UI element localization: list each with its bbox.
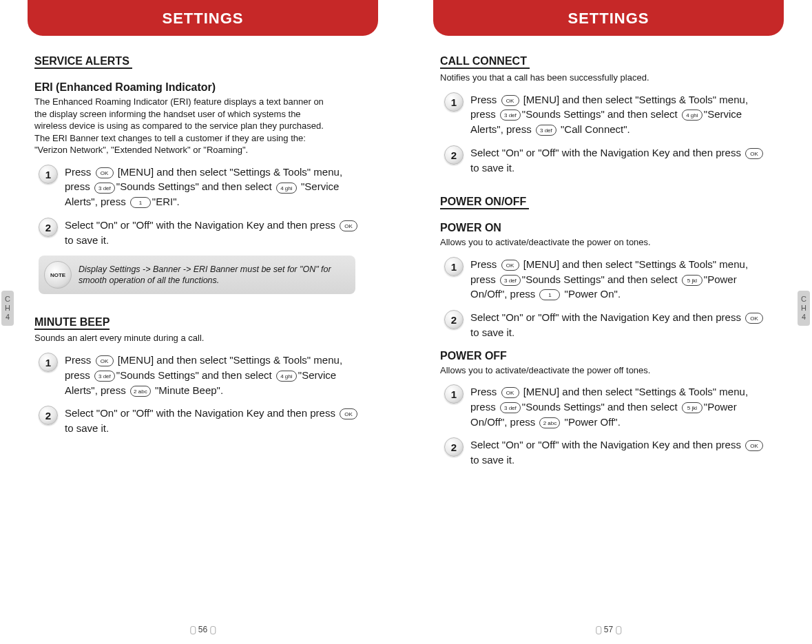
step-number: 2 bbox=[444, 145, 464, 165]
ok-key-icon: OK bbox=[745, 440, 763, 451]
minute-step-1: 1 Press OK [MENU] and then select "Setti… bbox=[39, 353, 362, 397]
key-3-icon: 3 def bbox=[500, 402, 521, 413]
key-5-icon: 5 jkl bbox=[682, 275, 702, 286]
ok-key-icon: OK bbox=[340, 220, 357, 231]
step-number: 2 bbox=[444, 310, 464, 329]
key-4-icon: 4 ghi bbox=[276, 371, 297, 382]
step-number: 2 bbox=[39, 218, 58, 237]
ok-key-icon: OK bbox=[501, 387, 519, 398]
eri-step-2: 2 Select "On" or "Off" with the Navigati… bbox=[39, 218, 362, 248]
section-power-onoff: POWER ON/OFF bbox=[440, 196, 529, 209]
step-text: Press OK [MENU] and then select "Setting… bbox=[470, 257, 768, 302]
call-step-2: 2 Select "On" or "Off" with the Navigati… bbox=[444, 145, 768, 176]
step-text: Select "On" or "Off" with the Navigation… bbox=[470, 437, 768, 468]
step-number: 1 bbox=[39, 165, 58, 184]
step-number: 1 bbox=[444, 384, 464, 404]
key-2-icon: 2 abc bbox=[130, 386, 151, 397]
sub-minute-beep-title: MINUTE BEEP bbox=[34, 316, 110, 330]
note-icon: NOTE bbox=[44, 261, 72, 289]
step-text: Select "On" or "Off" with the Navigation… bbox=[65, 218, 362, 248]
poweron-step-1: 1 Press OK [MENU] and then select "Setti… bbox=[444, 257, 768, 302]
sub-eri-desc: The Enhanced Roaming Indicator (ERI) fea… bbox=[34, 96, 331, 156]
step-text: Press OK [MENU] and then select "Setting… bbox=[65, 353, 362, 397]
note-text: Display Settings -> Banner -> ERI Banner… bbox=[79, 264, 346, 287]
section-call-connect: CALL CONNECT bbox=[440, 55, 530, 69]
header-tab: SETTINGS bbox=[433, 0, 784, 36]
ok-key-icon: OK bbox=[745, 148, 763, 159]
page-left: SETTINGS CH4 SERVICE ALERTS ERI (Enhance… bbox=[0, 0, 406, 644]
page-number-right: 57 bbox=[593, 625, 624, 634]
step-number: 2 bbox=[444, 437, 464, 457]
sub-power-on-title: POWER ON bbox=[440, 222, 777, 234]
header-tab: SETTINGS bbox=[28, 0, 378, 36]
key-3-icon: 3 def bbox=[500, 110, 521, 121]
step-text: Press OK [MENU] and then select "Setting… bbox=[470, 384, 768, 429]
step-text: Select "On" or "Off" with the Navigation… bbox=[470, 145, 768, 176]
key-3-icon: 3 def bbox=[94, 183, 115, 194]
key-3-icon: 3 def bbox=[536, 125, 556, 136]
poweroff-step-2: 2 Select "On" or "Off" with the Navigati… bbox=[444, 437, 768, 468]
step-number: 1 bbox=[444, 92, 464, 112]
sub-eri-title: ERI (Enhanced Roaming Indicator) bbox=[34, 81, 371, 94]
step-number: 2 bbox=[39, 406, 58, 425]
minute-step-2: 2 Select "On" or "Off" with the Navigati… bbox=[39, 406, 362, 436]
sub-power-off-desc: Allows you to activate/deactivate the po… bbox=[440, 364, 736, 377]
ok-key-icon: OK bbox=[501, 260, 519, 271]
step-text: Select "On" or "Off" with the Navigation… bbox=[470, 310, 768, 340]
ok-key-icon: OK bbox=[340, 408, 357, 419]
step-number: 1 bbox=[444, 257, 464, 276]
key-1-icon: 1 bbox=[539, 289, 560, 300]
key-5-icon: 5 jkl bbox=[682, 402, 702, 413]
key-3-icon: 3 def bbox=[500, 275, 521, 286]
poweron-step-2: 2 Select "On" or "Off" with the Navigati… bbox=[444, 310, 768, 340]
chapter-tab-right: CH4 bbox=[798, 291, 810, 326]
left-content: SERVICE ALERTS ERI (Enhanced Roaming Ind… bbox=[21, 50, 385, 436]
section-service-alerts: SERVICE ALERTS bbox=[34, 55, 132, 69]
call-connect-desc: Notifies you that a call has been succes… bbox=[440, 72, 736, 84]
ok-key-icon: OK bbox=[745, 313, 763, 324]
sub-power-on-desc: Allows you to activate/deactivate the po… bbox=[440, 236, 736, 249]
key-1-icon: 1 bbox=[130, 197, 151, 208]
step-text: Press OK [MENU] and then select "Setting… bbox=[470, 92, 768, 137]
key-3-icon: 3 def bbox=[94, 371, 115, 382]
poweroff-step-1: 1 Press OK [MENU] and then select "Setti… bbox=[444, 384, 768, 429]
step-text: Select "On" or "Off" with the Navigation… bbox=[65, 406, 362, 436]
ok-key-icon: OK bbox=[501, 95, 519, 106]
sub-power-off-title: POWER OFF bbox=[440, 350, 777, 362]
key-4-icon: 4 ghi bbox=[276, 183, 297, 194]
call-step-1: 1 Press OK [MENU] and then select "Setti… bbox=[444, 92, 768, 137]
right-content: CALL CONNECT Notifies you that a call ha… bbox=[426, 50, 791, 468]
page-right: SETTINGS CH4 CALL CONNECT Notifies you t… bbox=[406, 0, 811, 644]
eri-step-1: 1 Press OK [MENU] and then select "Setti… bbox=[39, 165, 362, 209]
page-number-left: 56 bbox=[187, 625, 218, 634]
key-2-icon: 2 abc bbox=[539, 417, 560, 428]
step-number: 1 bbox=[39, 353, 58, 372]
note-box: NOTE Display Settings -> Banner -> ERI B… bbox=[39, 256, 355, 294]
chapter-tab-left: CH4 bbox=[1, 291, 14, 326]
ok-key-icon: OK bbox=[96, 167, 114, 178]
ok-key-icon: OK bbox=[96, 355, 114, 366]
key-4-icon: 4 ghi bbox=[682, 110, 702, 121]
sub-minute-beep-desc: Sounds an alert every minute during a ca… bbox=[34, 332, 331, 344]
step-text: Press OK [MENU] and then select "Setting… bbox=[65, 165, 362, 209]
